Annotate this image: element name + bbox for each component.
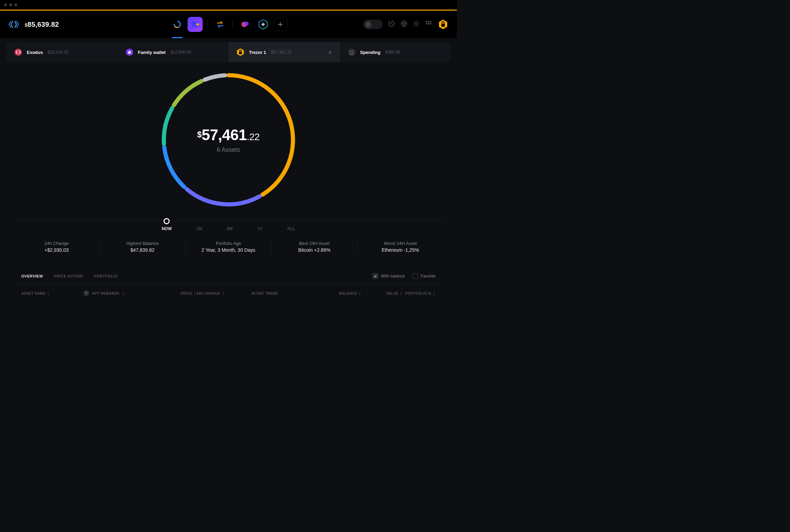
time-range-now[interactable]: NOW — [162, 218, 172, 231]
nav-add-button[interactable] — [273, 18, 287, 31]
stats-row: 24h Change+$2,930.03Highest Balance$47,8… — [14, 239, 443, 255]
list-tab-price-action[interactable]: PRICE ACTION — [54, 274, 83, 278]
app-logo-icon[interactable] — [8, 19, 19, 30]
wallet-icon — [347, 48, 356, 57]
svg-rect-3 — [196, 23, 199, 25]
stat-item: Portfolio Age2 Year, 3 Month, 30 Days — [185, 239, 271, 255]
grid-icon[interactable] — [425, 20, 432, 29]
sort-icon: ▲▼ — [194, 291, 196, 296]
col-label: 24H CHANGE — [196, 292, 220, 295]
col-30d-trend[interactable]: 30 DAY TREND — [251, 292, 310, 295]
lock-toggle[interactable] — [363, 20, 383, 29]
portfolio-donut-area: $57,461.22 6 Assets NOW1M6M1YALL — [0, 62, 457, 231]
header: $85,639.82 — [0, 11, 457, 38]
stat-value: $47,839.82 — [100, 247, 185, 253]
nav-wallet-icon[interactable] — [188, 17, 203, 32]
nav-exchange-icon[interactable] — [213, 17, 228, 32]
time-range-1m[interactable]: 1M — [196, 226, 202, 231]
svg-rect-17 — [430, 23, 431, 24]
stat-label: 24h Change — [14, 241, 99, 246]
time-range-all[interactable]: ALL — [287, 226, 295, 231]
svg-rect-13 — [428, 21, 429, 22]
filter-favorite[interactable]: Favorite — [413, 273, 436, 279]
nav-add-hex-icon[interactable] — [256, 17, 271, 32]
support-icon[interactable] — [400, 20, 407, 29]
wallet-balance: $360.50 — [385, 50, 400, 55]
nav-apps-icon[interactable] — [238, 17, 253, 32]
help-icon[interactable]: ? — [83, 290, 89, 296]
donut-value: $57,461.22 — [197, 126, 260, 144]
svg-point-10 — [403, 23, 405, 25]
asset-table-header: ASSET NAME ▲▼ ? APY REWARDS ▲▼ PRICE ▲▼ … — [14, 284, 443, 303]
stat-label: Portfolio Age — [185, 241, 271, 246]
svg-rect-14 — [430, 21, 431, 22]
nav-portfolio-icon[interactable] — [170, 17, 185, 32]
svg-point-27 — [352, 54, 353, 55]
time-range: NOW1M6M1YALL — [0, 218, 457, 231]
nav-divider — [207, 20, 208, 29]
stat-value: Ethereum -1,25% — [358, 247, 443, 253]
list-tab-overview[interactable]: OVERVIEW — [21, 274, 43, 278]
svg-point-25 — [348, 48, 356, 56]
wallet-name: Family wallet — [138, 50, 166, 55]
trezor-device-icon[interactable] — [438, 19, 449, 30]
col-value[interactable]: VALUE ▲▼ — [361, 291, 403, 296]
col-label: VALUE — [386, 292, 398, 295]
col-portfolio-pct[interactable]: PORTFOLIO % ▲▼ — [403, 291, 436, 296]
col-24h-change[interactable]: 24H CHANGE ▲▼ — [196, 291, 251, 296]
col-label: ASSET NAME — [21, 292, 46, 295]
wallet-tab-exodus[interactable]: Exodus$15,318.10 — [6, 42, 117, 62]
window-dot — [9, 3, 12, 6]
wallet-balance: $12,500.00 — [170, 50, 191, 55]
sort-icon: ▲▼ — [400, 291, 403, 296]
filter-favorite-label: Favorite — [421, 274, 436, 279]
stat-item: Highest Balance$47,839.82 — [100, 239, 185, 255]
window-dot — [4, 3, 7, 6]
settings-icon[interactable] — [413, 20, 420, 29]
sort-icon: ▲▼ — [122, 291, 125, 296]
stat-item: 24h Change+$2,930.03 — [14, 239, 100, 255]
wallet-icon — [125, 48, 134, 57]
wallet-icon — [236, 48, 245, 57]
time-range-1y[interactable]: 1Y — [257, 226, 262, 231]
col-asset-name[interactable]: ASSET NAME ▲▼ — [21, 291, 83, 296]
stat-item: Worst 24H AssetEthereum -1,25% — [358, 239, 443, 255]
stat-value: +$2,930.03 — [14, 247, 99, 253]
eject-icon[interactable] — [328, 49, 332, 55]
wallet-icon — [14, 48, 23, 57]
stat-label: Worst 24H Asset — [358, 241, 443, 246]
time-range-6m[interactable]: 6M — [227, 226, 233, 231]
sort-icon: ▲▼ — [359, 291, 361, 296]
history-icon[interactable] — [388, 20, 395, 29]
wallet-tab-family-wallet[interactable]: Family wallet$12,500.00 — [117, 42, 229, 62]
total-balance: $85,639.82 — [25, 21, 59, 29]
wallet-name: Trezor 1 — [249, 50, 266, 55]
wallet-tab-spending[interactable]: Spending$360.50 — [340, 42, 451, 62]
stat-item: Best 24H AssetBitcoin +2.89% — [272, 239, 358, 255]
col-balance[interactable]: BALANCE ▲▼ — [310, 291, 361, 296]
col-label: BALANCE — [339, 292, 357, 295]
wallet-tab-trezor-1[interactable]: Trezor 1$57,461.22 — [228, 42, 340, 62]
stat-label: Highest Balance — [100, 241, 185, 246]
checkbox-icon — [413, 273, 418, 279]
sort-icon: ▲▼ — [433, 291, 436, 296]
col-price[interactable]: PRICE ▲▼ — [148, 291, 196, 296]
col-label: 30 DAY TREND — [251, 292, 278, 295]
donut-asset-count: 6 Assets — [217, 146, 240, 154]
svg-rect-24 — [329, 53, 331, 54]
total-balance-value: 85,639.82 — [27, 21, 59, 28]
filter-with-balance[interactable]: With balance — [373, 273, 405, 279]
stat-label: Best 24H Asset — [272, 241, 357, 246]
top-nav — [170, 17, 287, 32]
svg-rect-19 — [441, 24, 445, 27]
stat-value: Bitcoin +2.89% — [272, 247, 357, 253]
list-tab-portfolio[interactable]: PORTFOLIO — [94, 274, 118, 278]
col-apy-rewards[interactable]: ? APY REWARDS ▲▼ — [83, 290, 148, 296]
col-label: PRICE — [181, 292, 192, 295]
nav-divider — [233, 20, 233, 29]
currency-symbol: $ — [25, 22, 27, 28]
time-track — [14, 220, 443, 220]
window-dot — [14, 3, 17, 6]
sort-icon: ▲▼ — [222, 291, 224, 296]
svg-rect-16 — [428, 23, 429, 24]
